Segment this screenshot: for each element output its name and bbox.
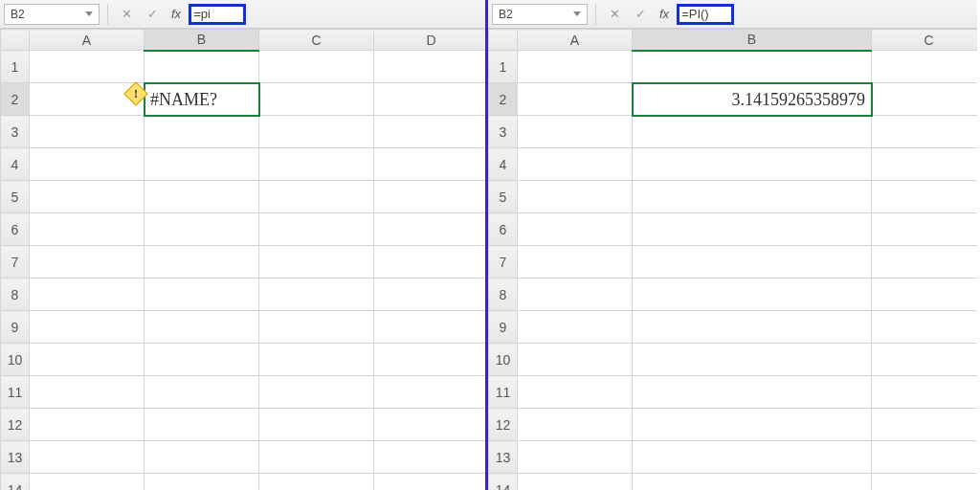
cell-D1[interactable] <box>374 51 486 83</box>
cell-C4[interactable] <box>872 148 978 181</box>
cell-C7[interactable] <box>872 246 978 278</box>
column-header-C[interactable]: C <box>259 30 374 51</box>
row-header-4[interactable]: 4 <box>489 148 518 181</box>
cell-A12[interactable] <box>518 409 633 441</box>
cell-B1[interactable] <box>145 51 259 83</box>
cell-C4[interactable] <box>259 148 374 181</box>
cell-C5[interactable] <box>872 181 978 213</box>
cell-B2[interactable]: #NAME?! <box>145 83 259 116</box>
cell-C8[interactable] <box>259 278 374 311</box>
cell-D11[interactable] <box>374 376 486 409</box>
cell-C14[interactable] <box>259 474 374 491</box>
cell-C11[interactable] <box>872 376 978 409</box>
select-all-corner[interactable] <box>489 30 518 51</box>
cell-D6[interactable] <box>374 213 486 246</box>
cell-A3[interactable] <box>518 116 633 148</box>
cell-A2[interactable] <box>518 83 633 116</box>
cell-B4[interactable] <box>633 148 872 181</box>
row-header-10[interactable]: 10 <box>1 344 30 376</box>
cell-B14[interactable] <box>145 474 259 491</box>
row-header-6[interactable]: 6 <box>1 213 30 246</box>
cell-B10[interactable] <box>633 344 872 376</box>
cell-A9[interactable] <box>518 311 633 344</box>
cell-B3[interactable] <box>145 116 259 148</box>
name-box[interactable]: B2 <box>4 4 100 25</box>
cell-C3[interactable] <box>872 116 978 148</box>
cell-A7[interactable] <box>518 246 633 278</box>
cell-B6[interactable] <box>145 213 259 246</box>
cell-C10[interactable] <box>259 344 374 376</box>
cell-D14[interactable] <box>374 474 486 491</box>
fx-icon[interactable]: fx <box>167 7 185 21</box>
cell-C10[interactable] <box>872 344 978 376</box>
row-header-2[interactable]: 2 <box>489 83 518 116</box>
row-header-13[interactable]: 13 <box>489 441 518 474</box>
cell-A8[interactable] <box>518 278 633 311</box>
cell-D3[interactable] <box>374 116 486 148</box>
row-header-2[interactable]: 2 <box>1 83 30 116</box>
row-header-3[interactable]: 3 <box>1 116 30 148</box>
column-header-A[interactable]: A <box>30 30 145 51</box>
cell-D2[interactable] <box>374 83 486 116</box>
row-header-13[interactable]: 13 <box>1 441 30 474</box>
cell-A2[interactable] <box>30 83 145 116</box>
cell-C8[interactable] <box>872 278 978 311</box>
cell-D10[interactable] <box>374 344 486 376</box>
row-header-5[interactable]: 5 <box>489 181 518 213</box>
cell-D5[interactable] <box>374 181 486 213</box>
cell-C1[interactable] <box>259 51 374 83</box>
column-header-B[interactable]: B <box>145 30 259 51</box>
cell-B13[interactable] <box>145 441 259 474</box>
cell-B13[interactable] <box>633 441 872 474</box>
column-header-C[interactable]: C <box>872 30 978 51</box>
cell-D12[interactable] <box>374 409 486 441</box>
row-header-7[interactable]: 7 <box>1 246 30 278</box>
cell-D8[interactable] <box>374 278 486 311</box>
row-header-12[interactable]: 12 <box>489 409 518 441</box>
cell-B11[interactable] <box>633 376 872 409</box>
cell-A7[interactable] <box>30 246 145 278</box>
chevron-down-icon[interactable] <box>85 11 93 16</box>
cell-B11[interactable] <box>145 376 259 409</box>
row-header-10[interactable]: 10 <box>489 344 518 376</box>
row-header-3[interactable]: 3 <box>489 116 518 148</box>
cell-B2[interactable]: 3.14159265358979 <box>633 83 872 116</box>
cell-A13[interactable] <box>518 441 633 474</box>
cell-D4[interactable] <box>374 148 486 181</box>
column-header-D[interactable]: D <box>374 30 486 51</box>
cell-B7[interactable] <box>633 246 872 278</box>
cell-B1[interactable] <box>633 51 872 83</box>
row-header-9[interactable]: 9 <box>489 311 518 344</box>
column-header-A[interactable]: A <box>518 30 633 51</box>
cell-A4[interactable] <box>518 148 633 181</box>
row-header-5[interactable]: 5 <box>1 181 30 213</box>
row-header-1[interactable]: 1 <box>1 51 30 83</box>
fx-icon[interactable]: fx <box>656 7 673 21</box>
cell-B8[interactable] <box>145 278 259 311</box>
cell-D9[interactable] <box>374 311 486 344</box>
cell-B7[interactable] <box>145 246 259 278</box>
row-header-11[interactable]: 11 <box>489 376 518 409</box>
cell-A6[interactable] <box>30 213 145 246</box>
cell-A6[interactable] <box>518 213 633 246</box>
cell-C13[interactable] <box>259 441 374 474</box>
cell-A11[interactable] <box>30 376 145 409</box>
row-header-9[interactable]: 9 <box>1 311 30 344</box>
cell-C2[interactable] <box>259 83 374 116</box>
cell-A1[interactable] <box>30 51 145 83</box>
cell-A14[interactable] <box>518 474 633 491</box>
cell-B3[interactable] <box>633 116 872 148</box>
cell-C14[interactable] <box>872 474 978 491</box>
cell-D13[interactable] <box>374 441 486 474</box>
cell-A4[interactable] <box>30 148 145 181</box>
column-header-B[interactable]: B <box>633 30 872 51</box>
cell-B9[interactable] <box>145 311 259 344</box>
cell-C5[interactable] <box>259 181 374 213</box>
cell-B12[interactable] <box>633 409 872 441</box>
cell-C1[interactable] <box>872 51 978 83</box>
cell-C9[interactable] <box>872 311 978 344</box>
cell-A13[interactable] <box>30 441 145 474</box>
cell-A10[interactable] <box>30 344 145 376</box>
cell-C3[interactable] <box>259 116 374 148</box>
row-header-8[interactable]: 8 <box>489 278 518 311</box>
